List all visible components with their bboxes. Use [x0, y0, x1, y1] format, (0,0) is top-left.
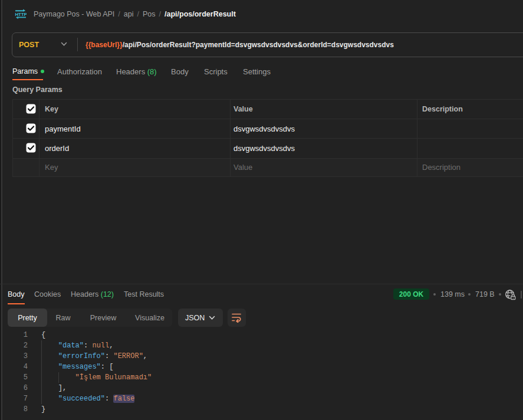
svg-text:HTTP: HTTP — [15, 12, 27, 17]
